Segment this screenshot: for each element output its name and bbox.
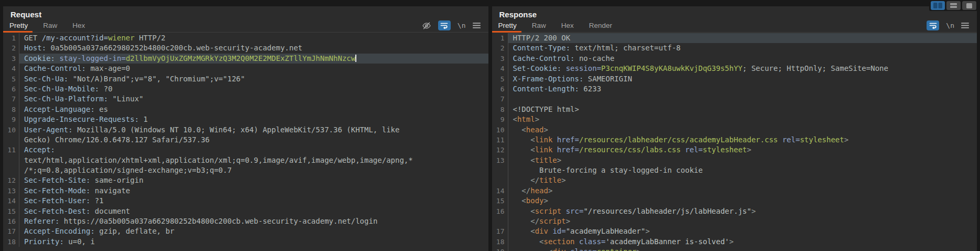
code-line[interactable]: text/html,application/xhtml+xml,applicat…	[3, 155, 488, 165]
line-number: 10	[3, 125, 19, 135]
code-line[interactable]: 12 <link href=/resources/css/labs.css re…	[492, 145, 977, 155]
line-number	[3, 155, 19, 165]
tab-hex[interactable]: Hex	[561, 19, 574, 32]
code-line[interactable]: /*;q=0.8,application/signed-exchange;v=b…	[3, 165, 488, 175]
layout-single-icon	[966, 3, 972, 8]
code-text: </head>	[508, 186, 977, 196]
line-number: 4	[492, 64, 508, 74]
code-text: Host: 0a5b005a037a662980252b4800c200cb.w…	[19, 43, 488, 53]
tab-hex[interactable]: Hex	[72, 19, 85, 32]
code-line[interactable]: 6Sec-Ch-Ua-Mobile: ?0	[3, 84, 488, 94]
code-text: Sec-Fetch-Site: same-origin	[19, 175, 488, 185]
code-line[interactable]: 6Content-Length: 6233	[492, 84, 977, 94]
code-line[interactable]: 14Sec-Fetch-User: ?1	[3, 196, 488, 206]
code-line[interactable]: 18Priority: u=0, i	[3, 237, 488, 247]
line-number: 16	[492, 206, 508, 216]
code-line[interactable]: 3Cookie: stay-logged-in=d2llbmVyOjUxZGMz…	[3, 54, 488, 64]
code-text: Referer: https://0a5b005a037a662980252b4…	[19, 216, 488, 226]
code-line[interactable]: 16Referer: https://0a5b005a037a662980252…	[3, 216, 488, 226]
code-line[interactable]: Brute-forcing a stay-logged-in cookie	[492, 165, 977, 175]
code-line[interactable]: 16 <script src="/resources/labheader/js/…	[492, 206, 977, 216]
code-line[interactable]: 4Cache-Control: max-age=0	[3, 64, 488, 74]
line-number: 18	[3, 237, 19, 247]
tab-pretty[interactable]: Pretty	[498, 19, 517, 32]
tab-raw[interactable]: Raw	[43, 19, 57, 32]
code-line[interactable]: 2Content-Type: text/html; charset=utf-8	[492, 43, 977, 53]
layout-rows-icon	[950, 3, 957, 8]
code-text: Sec-Fetch-User: ?1	[19, 196, 488, 206]
code-line[interactable]: 3Cache-Control: no-cache	[492, 54, 977, 64]
code-line[interactable]: 9<html>	[492, 114, 977, 124]
code-text: <!DOCTYPE html>	[508, 104, 977, 114]
menu-button[interactable]	[473, 23, 481, 28]
code-line[interactable]: </title>	[492, 175, 977, 185]
code-line[interactable]: 11Accept:	[3, 145, 488, 155]
code-line[interactable]: 13Sec-Fetch-Mode: navigate	[3, 186, 488, 196]
tab-pretty[interactable]: Pretty	[9, 19, 28, 32]
line-number	[3, 165, 19, 175]
code-text: <link href=/resources/css/labs.css rel=s…	[508, 145, 977, 155]
code-line[interactable]: 14 </head>	[492, 186, 977, 196]
code-line[interactable]: 8Accept-Language: es	[3, 104, 488, 114]
code-text: Cache-Control: no-cache	[508, 54, 977, 64]
code-line[interactable]: 7Sec-Ch-Ua-Platform: "Linux"	[3, 94, 488, 104]
line-number: 18	[492, 237, 508, 247]
code-text: Accept:	[19, 145, 488, 155]
code-text: GET /my-account?id=wiener HTTP/2	[19, 33, 488, 43]
code-text: <script src="/resources/labheader/js/lab…	[508, 206, 977, 216]
code-text: <head>	[508, 125, 977, 135]
code-line[interactable]: 18 <section class='academyLabBanner is-s…	[492, 237, 977, 247]
code-line[interactable]: 12Sec-Fetch-Site: same-origin	[3, 175, 488, 185]
code-line[interactable]: 15 <body>	[492, 196, 977, 206]
word-wrap-button[interactable]	[438, 20, 451, 30]
code-line[interactable]: 7	[492, 94, 977, 104]
line-number: 15	[3, 206, 19, 216]
code-line[interactable]: 17 <div id="academyLabHeader">	[492, 226, 977, 236]
code-line[interactable]: 15Sec-Fetch-Dest: document	[3, 206, 488, 216]
layout-columns-button[interactable]	[931, 1, 945, 10]
code-line[interactable]: 11 <link href=/resources/labheader/css/a…	[492, 135, 977, 145]
code-line[interactable]: 5Sec-Ch-Ua: "Not/A)Brand";v="8", "Chromi…	[3, 74, 488, 84]
request-editor: 1GET /my-account?id=wiener HTTP/22Host: …	[3, 33, 488, 251]
code-line[interactable]: 19 <div class=container>	[492, 247, 977, 251]
code-line[interactable]: 4Set-Cookie: session=P3cnqKWIP4S8yKA8uwk…	[492, 64, 977, 74]
menu-button[interactable]	[961, 23, 969, 28]
line-number: 9	[492, 114, 508, 124]
code-line[interactable]: 1HTTP/2 200 OK	[492, 33, 977, 43]
code-line[interactable]: Gecko) Chrome/126.0.6478.127 Safari/537.…	[3, 135, 488, 145]
layout-columns-icon	[933, 3, 942, 8]
code-text: HTTP/2 200 OK	[508, 33, 977, 43]
text-cursor	[355, 55, 356, 62]
code-line[interactable]: 1GET /my-account?id=wiener HTTP/2	[3, 33, 488, 43]
line-number: 9	[3, 114, 19, 124]
code-line[interactable]: 17Accept-Encoding: gzip, deflate, br	[3, 226, 488, 236]
eye-off-button[interactable]	[422, 22, 431, 30]
code-line[interactable]: 9Upgrade-Insecure-Requests: 1	[3, 114, 488, 124]
panel-title: Response	[492, 6, 977, 19]
layout-rows-button[interactable]	[946, 1, 961, 10]
code-text: Content-Length: 6233	[508, 84, 977, 94]
code-line[interactable]: 13 <title>	[492, 155, 977, 165]
tab-raw[interactable]: Raw	[532, 19, 546, 32]
word-wrap-button[interactable]	[927, 20, 939, 30]
code-line[interactable]: </script>	[492, 216, 977, 226]
code-text: </title>	[508, 175, 977, 185]
newline-button[interactable]: \n	[946, 22, 954, 29]
code-text: Sec-Ch-Ua-Mobile: ?0	[19, 84, 488, 94]
line-number	[492, 216, 508, 226]
newline-button[interactable]: \n	[458, 22, 466, 29]
code-line[interactable]: 5X-Frame-Options: SAMEORIGIN	[492, 74, 977, 84]
layout-single-button[interactable]	[962, 1, 976, 10]
newline-icon: \n	[458, 22, 466, 29]
line-number: 2	[492, 43, 508, 53]
code-line[interactable]: 10User-Agent: Mozilla/5.0 (Windows NT 10…	[3, 125, 488, 135]
menu-icon	[961, 23, 969, 28]
code-line[interactable]: 8<!DOCTYPE html>	[492, 104, 977, 114]
toolbar: \n	[422, 20, 482, 30]
tab-render[interactable]: Render	[589, 19, 612, 32]
line-number: 1	[3, 33, 19, 43]
menu-icon	[473, 23, 481, 28]
code-text: Priority: u=0, i	[19, 237, 488, 247]
code-line[interactable]: 2Host: 0a5b005a037a662980252b4800c200cb.…	[3, 43, 488, 53]
code-line[interactable]: 10 <head>	[492, 125, 977, 135]
